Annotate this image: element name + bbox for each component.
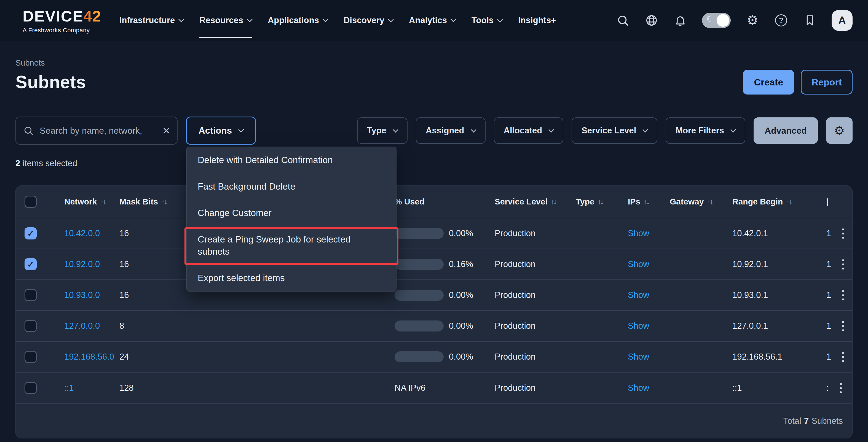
used-percent-value: 0.16%	[444, 259, 473, 269]
range-begin-value: 127.0.0.1	[732, 321, 768, 331]
column-header-gateway[interactable]: Gateway↑↓	[661, 197, 723, 206]
toggle-knob	[717, 14, 729, 27]
network-link[interactable]: ::1	[64, 383, 73, 393]
row-checkbox[interactable]: ✓	[25, 258, 37, 270]
select-all-checkbox[interactable]	[25, 196, 37, 208]
row-kebab-menu-icon[interactable]	[841, 351, 845, 363]
row-kebab-menu-icon[interactable]	[841, 320, 845, 332]
range-begin-value: 10.42.0.1	[732, 229, 768, 238]
nav-item-resources[interactable]: Resources	[199, 0, 252, 41]
report-button[interactable]: Report	[801, 70, 852, 95]
user-avatar[interactable]: A	[832, 10, 852, 31]
notifications-bell-icon[interactable]	[673, 13, 687, 27]
service-level-value: Production	[495, 229, 535, 238]
row-kebab-menu-icon[interactable]	[841, 227, 845, 240]
show-ips-link[interactable]: Show	[628, 290, 649, 300]
row-checkbox[interactable]: ✓	[25, 227, 37, 239]
column-header-ips[interactable]: IPs↑↓	[619, 197, 661, 206]
nav-item-label: Infrastructure	[119, 15, 175, 25]
show-ips-link[interactable]: Show	[628, 259, 649, 269]
actions-dropdown-button[interactable]: Actions	[186, 116, 256, 145]
nav-item-label: Discovery	[344, 15, 384, 25]
search-input[interactable]	[40, 126, 157, 136]
bookmark-icon[interactable]	[803, 13, 817, 27]
truncated-column-value: 1	[826, 229, 831, 238]
menu-item-create-a-ping-sweep-job-for-selected-subnets[interactable]: Create a Ping Sweep Job for selected sub…	[187, 229, 396, 263]
menu-item-label: Create a Ping Sweep Job for selected sub…	[198, 233, 363, 258]
column-header-service-level[interactable]: Service Level↑↓	[486, 197, 567, 206]
row-checkbox[interactable]	[25, 351, 37, 363]
truncated-column-value: :	[826, 383, 829, 393]
filter-assigned-dropdown[interactable]: Assigned	[416, 117, 486, 144]
create-button[interactable]: Create	[743, 70, 794, 95]
clear-search-icon[interactable]: ×	[163, 125, 170, 137]
table-settings-button[interactable]: ⚙	[826, 117, 852, 144]
filter-service-level-dropdown[interactable]: Service Level	[571, 117, 657, 144]
sort-icon: ↑↓	[551, 198, 556, 206]
row-kebab-menu-icon[interactable]	[839, 382, 843, 394]
column-header-range-begin[interactable]: Range Begin↑↓	[723, 197, 817, 206]
show-ips-link[interactable]: Show	[628, 352, 649, 362]
filter-allocated-dropdown[interactable]: Allocated	[494, 117, 564, 144]
chevron-down-icon	[393, 127, 398, 132]
table-body: ✓10.42.0.0160.00%ProductionShow10.42.0.1…	[16, 218, 852, 403]
nav-item-infrastructure[interactable]: Infrastructure	[119, 0, 184, 41]
nav-item-label: Applications	[268, 15, 319, 25]
service-level-value: Production	[495, 383, 535, 393]
table-row: 192.168.56.0240.00%ProductionShow192.168…	[16, 342, 852, 373]
network-link[interactable]: 127.0.0.0	[64, 321, 100, 331]
filter-type-dropdown[interactable]: Type	[357, 117, 407, 144]
help-icon[interactable]: ?	[774, 13, 788, 27]
table-footer: Total7Subnets	[16, 403, 852, 438]
globe-icon[interactable]	[645, 13, 658, 27]
search-icon[interactable]	[616, 13, 630, 27]
menu-item-change-customer[interactable]: Change Customer	[187, 202, 396, 224]
network-link[interactable]: 10.93.0.0	[64, 290, 100, 300]
dark-mode-toggle[interactable]: ☾	[702, 13, 731, 28]
service-level-value: Production	[495, 259, 535, 269]
service-level-value: Production	[495, 352, 535, 362]
show-ips-link[interactable]: Show	[628, 321, 649, 331]
column-header-network[interactable]: Network↑↓	[41, 197, 111, 206]
network-link[interactable]: 192.168.56.0	[64, 352, 114, 362]
main-content: Subnets Subnets Create Report × Actions …	[0, 59, 868, 438]
chevron-down-icon	[549, 127, 554, 132]
row-kebab-menu-icon[interactable]	[841, 258, 845, 271]
settings-gear-icon[interactable]: ⚙	[746, 13, 760, 27]
row-checkbox[interactable]	[25, 289, 37, 301]
show-ips-link[interactable]: Show	[628, 229, 649, 238]
network-link[interactable]: 10.42.0.0	[64, 229, 100, 238]
brand-tagline: A Freshworks Company	[23, 27, 101, 34]
device42-logo[interactable]: DEVICE42 A Freshworks Company	[23, 7, 101, 34]
moon-icon: ☾	[706, 14, 714, 24]
menu-item-fast-background-delete[interactable]: Fast Background Delete	[187, 175, 396, 198]
range-begin-value: ::1	[732, 383, 742, 393]
column-header-type[interactable]: Type↑↓	[567, 197, 619, 206]
nav-item-discovery[interactable]: Discovery	[344, 0, 393, 41]
filter-more-filters-dropdown[interactable]: More Filters	[665, 117, 745, 144]
row-checkbox[interactable]	[25, 382, 37, 394]
used-percent-value: 0.00%	[444, 352, 473, 362]
truncated-column-value: 1	[826, 352, 831, 362]
menu-item-delete-with-detailed-confirmation[interactable]: Delete with Detailed Confirmation	[187, 149, 396, 171]
nav-item-tools[interactable]: Tools	[471, 0, 502, 41]
nav-item-analytics[interactable]: Analytics	[409, 0, 456, 41]
breadcrumb[interactable]: Subnets	[16, 59, 45, 68]
network-link[interactable]: 10.92.0.0	[64, 259, 100, 269]
search-box[interactable]: ×	[16, 116, 178, 145]
mask-bits-value: 8	[119, 321, 124, 331]
table-header-row: Network↑↓Mask Bits↑↓% UsedService Level↑…	[16, 186, 852, 218]
column-label: % Used	[395, 197, 424, 206]
sort-icon: ↑↓	[161, 198, 166, 206]
show-ips-link[interactable]: Show	[628, 383, 649, 393]
row-kebab-menu-icon[interactable]	[841, 289, 845, 302]
row-checkbox[interactable]	[25, 320, 37, 332]
brand-number: 42	[84, 7, 101, 25]
topnav-right-icons: ☾ ⚙ ? A	[616, 10, 852, 31]
menu-item-export-selected-items[interactable]: Export selected items	[187, 267, 396, 289]
advanced-button[interactable]: Advanced	[753, 117, 818, 144]
column-label: |	[826, 197, 829, 206]
nav-item-applications[interactable]: Applications	[268, 0, 328, 41]
nav-item-insights+[interactable]: Insights+	[518, 0, 556, 41]
chevron-down-icon	[388, 16, 394, 22]
